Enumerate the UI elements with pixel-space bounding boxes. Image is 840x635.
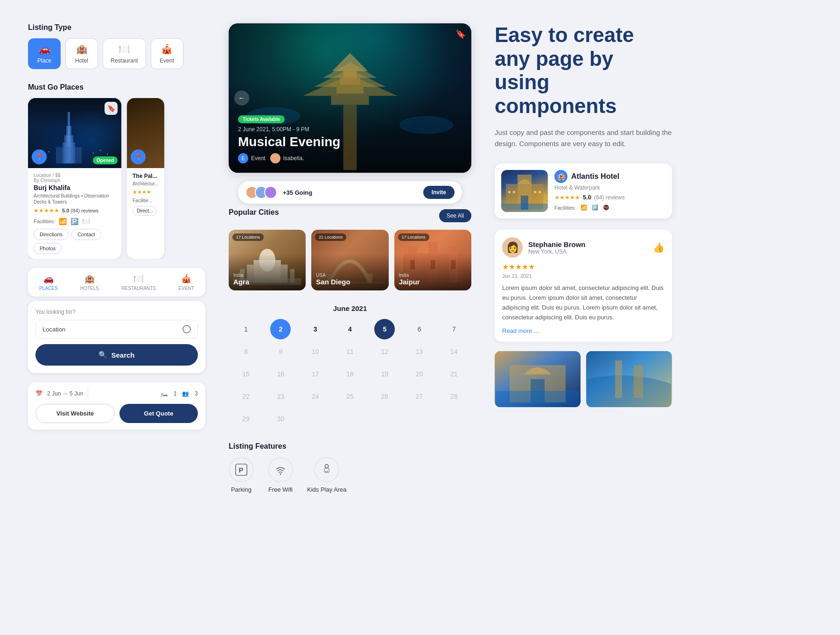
- nav-places[interactable]: 🚗 PLACES: [39, 274, 57, 291]
- cal-day-5[interactable]: 5: [374, 319, 395, 339]
- city-card-jaipur[interactable]: 17 Locations India Jaipur: [394, 230, 471, 290]
- must-go-section: Must Go Places: [28, 83, 205, 259]
- type-btn-restaurant[interactable]: 🍽️ Restaurant: [103, 38, 146, 69]
- cal-day-4[interactable]: 4: [340, 319, 360, 339]
- cal-day-7[interactable]: 7: [444, 319, 464, 339]
- cal-day-12[interactable]: 12: [374, 341, 395, 362]
- listing-type-section: Listing Type 🚗 Place 🏨 Hotel 🍽️ Restaura…: [28, 23, 205, 69]
- contact-button-1[interactable]: Contact: [71, 229, 101, 240]
- location-dot-icon: [182, 325, 191, 333]
- photo2-svg: [586, 351, 672, 407]
- nav-restaurants-label: RESTAURANTS: [121, 286, 156, 291]
- cal-day-22[interactable]: 22: [236, 386, 256, 407]
- cal-day-13[interactable]: 13: [409, 341, 430, 362]
- see-all-button[interactable]: See All: [439, 209, 471, 222]
- cal-empty-5: [444, 409, 464, 429]
- city-card-sandiego[interactable]: 21 Locations USA San Diego: [311, 230, 388, 290]
- search-button[interactable]: 🔍 Search: [35, 344, 198, 366]
- hotel-rating: 5.0: [583, 194, 591, 201]
- cal-day-17[interactable]: 17: [305, 364, 326, 384]
- restaurant-icon: 🍽️: [119, 43, 130, 55]
- cal-day-28[interactable]: 28: [444, 386, 464, 407]
- photo-thumb-2[interactable]: [586, 351, 672, 407]
- agra-locations: 17 Locations: [232, 233, 264, 241]
- cal-day-6[interactable]: 6: [409, 319, 430, 339]
- directions-button-1[interactable]: Directions: [34, 229, 69, 240]
- hotel-details: 🏨 Atlantis Hotel Hotel & Waterpark ★★★★★…: [554, 170, 665, 211]
- hero-desc: Just copy and past the components and st…: [495, 127, 672, 149]
- beds-count: 1: [174, 390, 177, 397]
- jaipur-name: Jaipur: [399, 278, 420, 286]
- read-more-link[interactable]: Read more ...: [502, 327, 665, 334]
- restaurant-label: Restaurant: [111, 57, 138, 64]
- event-prev-button[interactable]: ←: [234, 91, 249, 106]
- directions-button-2[interactable]: Direct...: [133, 206, 157, 216]
- cal-day-10[interactable]: 10: [305, 341, 326, 362]
- sandiego-name: San Diego: [316, 278, 350, 286]
- place-label-text: Location / $$ By Christoph: [34, 173, 116, 183]
- cal-day-15[interactable]: 15: [236, 364, 256, 384]
- cal-day-16[interactable]: 16: [270, 364, 291, 384]
- nav-event[interactable]: 🎪 EVENT: [178, 274, 194, 291]
- cal-day-21[interactable]: 21: [444, 364, 464, 384]
- building-image: 📍: [127, 98, 164, 168]
- review-card: 👩 Stephanie Brown New York, USA 👍 ★★★★★ …: [495, 230, 672, 341]
- cal-day-8[interactable]: 8: [236, 341, 256, 362]
- cal-day-3[interactable]: 3: [305, 319, 326, 339]
- search-prompt: You looking for?: [35, 309, 198, 315]
- going-avatars: [245, 186, 277, 199]
- nav-places-label: PLACES: [39, 286, 57, 291]
- event-bookmark-button[interactable]: 🔖: [455, 29, 466, 39]
- hotel-no-smoking-icon: 🚭: [603, 205, 609, 211]
- cal-day-26[interactable]: 26: [374, 386, 395, 407]
- action-buttons-1: Directions Contact Photos: [34, 229, 116, 254]
- cal-day-19[interactable]: 19: [374, 364, 395, 384]
- cal-day-30[interactable]: 30: [270, 409, 291, 429]
- photos-button-1[interactable]: Photos: [34, 243, 62, 254]
- bookmark-button-1[interactable]: 🔖: [105, 102, 118, 115]
- search-panel: You looking for? Location 🔍 Search: [28, 301, 205, 373]
- facilities-label-2: Facilitie...: [133, 198, 159, 203]
- location-input-row[interactable]: Location: [35, 320, 198, 339]
- cal-day-24[interactable]: 24: [305, 386, 326, 407]
- city-card-agra[interactable]: 17 Locations India Agra: [229, 230, 306, 290]
- type-btn-hotel[interactable]: 🏨 Hotel: [65, 38, 98, 69]
- invite-button[interactable]: Invite: [423, 186, 455, 199]
- cal-day-11[interactable]: 11: [340, 341, 360, 362]
- cal-day-2[interactable]: 2: [270, 319, 291, 339]
- type-btn-event[interactable]: 🎪 Event: [151, 38, 183, 69]
- hotel-image: [501, 170, 548, 212]
- cal-day-23[interactable]: 23: [270, 386, 291, 407]
- place-desc-2: Architectur...: [133, 181, 159, 187]
- place-card-burj-khalifa[interactable]: 🔖 Opened 📍 Location / $$ By Christoph Bu…: [28, 98, 121, 259]
- nav-restaurants[interactable]: 🍽️ RESTAURANTS: [121, 274, 156, 291]
- photo-grid: [495, 351, 672, 407]
- photo-thumb-1[interactable]: [495, 351, 581, 407]
- cal-day-14[interactable]: 14: [444, 341, 464, 362]
- sandiego-country: USA: [316, 273, 350, 278]
- cal-day-20[interactable]: 20: [409, 364, 430, 384]
- hotel-wifi-icon: 📶: [581, 205, 587, 211]
- place-card-2[interactable]: 📍 The Pal... Architectur... ★★★★ Facilit…: [127, 98, 164, 259]
- cal-row-5: 29 30: [229, 409, 471, 429]
- cal-day-1[interactable]: 1: [236, 319, 256, 339]
- hotel-card: 🏨 Atlantis Hotel Hotel & Waterpark ★★★★★…: [495, 163, 672, 219]
- cal-day-27[interactable]: 27: [409, 386, 430, 407]
- type-btn-place[interactable]: 🚗 Place: [28, 38, 61, 69]
- going-bar: +35 Going Invite: [238, 181, 462, 204]
- hotel-facilities: Facilities: 📶 🅿️ 🚭: [554, 205, 665, 211]
- cal-day-9[interactable]: 9: [270, 341, 291, 362]
- popular-cities-title: Popular Cities: [229, 208, 279, 217]
- get-quote-button[interactable]: Get Quote: [119, 404, 198, 423]
- visit-website-button[interactable]: Visit Website: [35, 404, 115, 423]
- place-name-1: Burj Khalifa: [34, 184, 116, 191]
- svg-text:P: P: [238, 466, 243, 474]
- hotel-stars: ★★★★★: [554, 194, 580, 201]
- nav-hotels[interactable]: 🏨 HOTELS: [80, 274, 99, 291]
- hotel-name: Atlantis Hotel: [571, 172, 619, 181]
- cal-day-18[interactable]: 18: [340, 364, 360, 384]
- like-button[interactable]: 👍: [653, 242, 665, 253]
- jaipur-country: India: [399, 273, 420, 278]
- cal-day-25[interactable]: 25: [340, 386, 360, 407]
- cal-day-29[interactable]: 29: [236, 409, 256, 429]
